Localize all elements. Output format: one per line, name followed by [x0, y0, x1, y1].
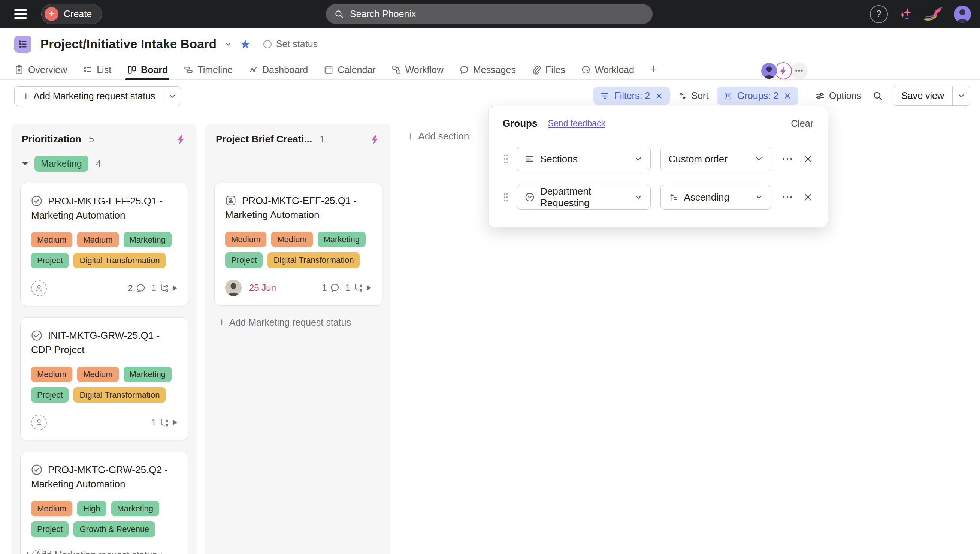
tag[interactable]: Digital Transformation [267, 252, 360, 268]
tab-board[interactable]: Board [127, 60, 168, 80]
tag[interactable]: Digital Transformation [73, 387, 165, 402]
tag[interactable]: Medium [77, 232, 118, 247]
automation-bolt-icon[interactable] [370, 134, 380, 145]
ascending-sort-icon [668, 192, 678, 202]
help-button[interactable]: ? [870, 5, 888, 23]
check-circle-icon[interactable] [31, 330, 42, 341]
subtask-icon [159, 552, 169, 554]
filters-pill[interactable]: Filters: 2 [593, 87, 670, 105]
subtask-count: 1 [151, 417, 156, 428]
send-feedback-link[interactable]: Send feedback [548, 118, 605, 129]
tab-overview[interactable]: Overview [14, 60, 67, 80]
member-avatar[interactable] [760, 62, 778, 80]
files-icon [531, 65, 541, 75]
tag[interactable]: Project [225, 252, 262, 268]
options-button[interactable]: Options [815, 90, 861, 101]
tag[interactable]: Medium [271, 231, 312, 247]
clear-groups-button[interactable]: Clear [791, 118, 813, 129]
ai-sparkles-icon[interactable] [897, 6, 913, 22]
project-list-icon[interactable] [14, 36, 32, 53]
column-title[interactable]: Prioritization [22, 133, 81, 145]
task-card[interactable]: INIT-MKTG-GRW-25.Q1 -CDP Project Medium … [20, 318, 188, 441]
tag[interactable]: Marketing [318, 231, 366, 247]
tag[interactable]: Digital Transformation [73, 253, 165, 268]
add-section-button[interactable]: + Add section [407, 131, 469, 142]
add-tab-button[interactable]: + [650, 62, 657, 76]
row-more-button[interactable] [782, 153, 793, 164]
create-button[interactable]: + Create [41, 4, 102, 24]
save-view-dropdown-button[interactable] [952, 86, 970, 105]
check-circle-icon[interactable] [31, 464, 42, 475]
set-status-button[interactable]: Set status [263, 38, 318, 49]
more-options-button[interactable] [791, 62, 808, 80]
collapse-triangle-icon[interactable] [22, 161, 29, 166]
favorite-star-icon[interactable]: ★ [240, 38, 251, 50]
check-circle-icon[interactable] [31, 195, 42, 206]
drag-handle-icon[interactable] [503, 153, 509, 164]
tab-list[interactable]: List [83, 60, 111, 80]
add-card-button[interactable]: + Add Marketing request status [25, 549, 157, 554]
add-status-button[interactable]: + Add Marketing request status [14, 86, 164, 106]
group-field-select[interactable]: Department Requesting [517, 185, 651, 209]
task-card[interactable]: PROJ-MKTG-GRW-25.Q2 - Marketing Automati… [20, 452, 188, 554]
approval-stamp-icon[interactable] [225, 195, 236, 206]
tag[interactable]: Medium [31, 232, 72, 247]
row-more-button[interactable] [782, 192, 793, 203]
global-search[interactable] [326, 4, 652, 24]
tag[interactable]: Marketing [124, 367, 172, 382]
drag-handle-icon[interactable] [503, 192, 509, 203]
add-status-dropdown-button[interactable] [164, 86, 181, 106]
group-pill[interactable]: Marketing [35, 156, 88, 172]
user-avatar[interactable] [954, 6, 971, 23]
task-card[interactable]: PROJ-MKTG-EFF-25.Q1 - Marketing Automati… [214, 182, 382, 306]
add-card-button[interactable]: + Add Marketing request status [219, 317, 391, 328]
group-field-select[interactable]: Sections [517, 147, 651, 171]
search-input[interactable] [349, 8, 644, 20]
due-date[interactable]: 25 Jun [249, 283, 276, 293]
column-title[interactable]: Project Brief Creati... [216, 133, 312, 145]
tag[interactable]: Medium [31, 367, 72, 382]
options-sliders-icon [815, 91, 825, 101]
sort-button[interactable]: Sort [678, 90, 708, 101]
expand-subtasks-icon[interactable] [172, 419, 178, 426]
tag[interactable]: Project [31, 253, 68, 268]
tag[interactable]: Growth & Revenue [73, 521, 155, 537]
title-chevron-down-icon[interactable] [224, 40, 232, 48]
phoenix-logo-icon[interactable] [923, 6, 944, 22]
groups-clear-icon[interactable] [783, 92, 792, 100]
tag[interactable]: Medium [31, 501, 72, 516]
tag[interactable]: Medium [77, 367, 118, 382]
tab-workflow[interactable]: Workflow [391, 60, 444, 80]
tag[interactable]: Marketing [111, 501, 159, 516]
remove-row-button[interactable] [803, 192, 813, 203]
tag[interactable]: Project [31, 387, 68, 402]
tab-dashboard[interactable]: Dashboard [248, 60, 308, 80]
board-search-icon[interactable] [872, 91, 883, 101]
chevron-down-icon [957, 92, 966, 100]
tag[interactable]: High [77, 501, 106, 516]
tab-messages[interactable]: Messages [459, 60, 516, 80]
group-order-select[interactable]: Ascending [660, 185, 772, 209]
tag[interactable]: Marketing [124, 232, 172, 247]
automation-bolt-icon[interactable] [176, 134, 186, 145]
sort-label: Sort [691, 90, 708, 101]
expand-subtasks-icon[interactable] [172, 285, 178, 292]
tab-timeline[interactable]: Timeline [184, 60, 233, 80]
tab-workload[interactable]: Workload [581, 60, 634, 80]
tab-calendar[interactable]: Calendar [324, 60, 375, 80]
task-card[interactable]: PROJ-MKTG-EFF-25.Q1 - Marketing Automati… [20, 183, 188, 306]
remove-row-button[interactable] [803, 154, 813, 164]
filter-icon [600, 91, 609, 101]
assignee-placeholder-icon[interactable] [31, 280, 47, 296]
tag[interactable]: Project [31, 521, 68, 537]
group-order-select[interactable]: Custom order [660, 147, 772, 171]
filters-clear-icon[interactable] [655, 92, 663, 100]
tag[interactable]: Medium [225, 231, 266, 247]
assignee-avatar[interactable] [225, 279, 242, 296]
expand-subtasks-icon[interactable] [366, 284, 372, 291]
hamburger-menu-icon[interactable] [14, 7, 29, 22]
save-view-button[interactable]: Save view [893, 86, 952, 105]
tab-files[interactable]: Files [531, 60, 565, 80]
groups-pill[interactable]: Groups: 2 [717, 87, 798, 105]
assignee-placeholder-icon[interactable] [31, 415, 47, 430]
